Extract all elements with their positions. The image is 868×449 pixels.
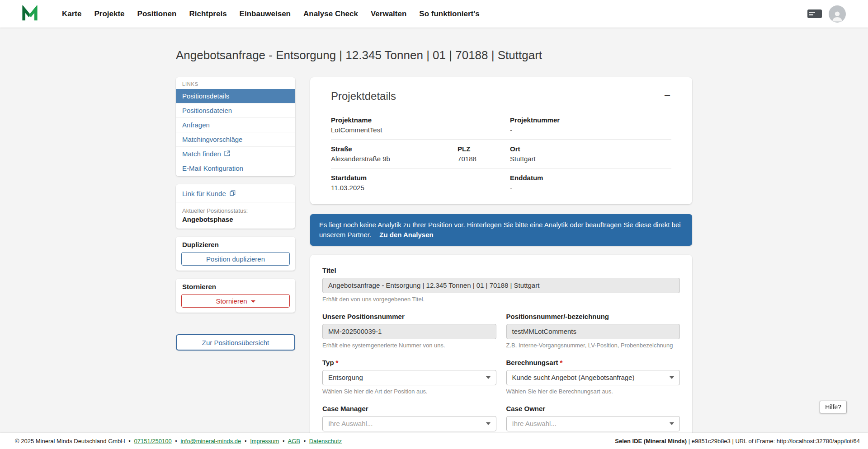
top-navbar: Karte Projekte Positionen Richtpreis Ein…	[0, 0, 868, 28]
footer-agb-link[interactable]: AGB	[288, 438, 300, 444]
bezeichnung-field: Positionsnummer/-bezeichnung Z.B. Intern…	[506, 313, 680, 349]
position-form-card: Titel Erhält den von uns vorgegebenen Ti…	[310, 255, 692, 433]
nav-karte[interactable]: Karte	[62, 9, 81, 19]
typ-field: Typ* Entsorgung Wählen Sie hier die Art …	[322, 359, 496, 395]
chevron-down-icon	[486, 422, 491, 425]
case-owner-label: Case Owner	[506, 405, 680, 412]
case-manager-label: Case Manager	[322, 405, 496, 412]
bezeichnung-label: Positionsnummer/-bezeichnung	[506, 313, 680, 320]
titel-field: Titel Erhält den von uns vorgegebenen Ti…	[322, 267, 680, 303]
debug-info: Selen IDE (Mineral Minds) | e9851c29b8e3…	[615, 438, 860, 444]
sidebar-item-positionsdetails[interactable]: Positionsdetails	[176, 89, 295, 103]
field-enddatum: Enddatum -	[510, 174, 671, 192]
field-projektnummer: Projektnummer -	[510, 116, 671, 134]
detail-row: Straße Alexanderstraße 9b PLZ 70188 Ort …	[331, 139, 671, 168]
duplizieren-card: Duplizieren Position duplizieren	[176, 237, 295, 271]
nav-analyse-check[interactable]: Analyse Check	[303, 9, 358, 19]
chevron-down-icon	[670, 376, 674, 379]
case-owner-select[interactable]: Ihre Auswahl...	[506, 416, 680, 431]
external-link-icon	[224, 150, 230, 158]
footer-datenschutz-link[interactable]: Datenschutz	[309, 438, 342, 444]
person-icon	[830, 9, 844, 23]
positionsnummer-label: Unsere Positionsnummer	[322, 313, 496, 320]
typ-select[interactable]: Entsorgung	[322, 370, 496, 385]
projektdetails-title: Projektdetails	[331, 90, 396, 103]
navbar-right	[807, 5, 846, 23]
positionsnummer-input[interactable]	[322, 324, 496, 339]
link-fuer-kunde[interactable]: Link für Kunde	[176, 189, 295, 202]
ide-details: | e9851c29b8e3 | URL of iFrame: http://l…	[689, 438, 860, 444]
sidebar: LINKS Positionsdetails Positionsdateien …	[176, 77, 295, 351]
footer: © 2025 Mineral Minds Deutschland GmbH • …	[0, 433, 868, 449]
copy-icon	[230, 190, 236, 197]
sidebar-item-anfragen[interactable]: Anfragen	[176, 117, 295, 132]
mineral-minds-logo-icon	[21, 5, 38, 23]
positionsnummer-field: Unsere Positionsnummer Erhält eine syste…	[322, 313, 496, 349]
page-title: Angebotsanfrage - Entsorgung | 12.345 To…	[176, 48, 692, 62]
brand-logo[interactable]	[21, 5, 38, 23]
sidebar-item-positionsdateien[interactable]: Positionsdateien	[176, 103, 295, 117]
separator-dot: •	[175, 438, 177, 444]
sidebar-item-match-finden[interactable]: Match finden	[176, 146, 295, 161]
link-fuer-kunde-label: Link für Kunde	[182, 190, 226, 197]
berechnungsart-helper: Wählen Sie hier die Berechnungsart aus.	[506, 388, 680, 395]
zur-positionsuebersicht-button[interactable]: Zur Positionsübersicht	[176, 334, 295, 351]
links-card: LINKS Positionsdetails Positionsdateien …	[176, 77, 295, 176]
case-manager-field: Case Manager Ihre Auswahl...	[322, 405, 496, 431]
copyright-text: © 2025 Mineral Minds Deutschland GmbH	[15, 438, 125, 444]
field-strasse: Straße Alexanderstraße 9b	[331, 145, 458, 163]
field-startdatum: Startdatum 11.03.2025	[331, 174, 510, 192]
typ-select-value: Entsorgung	[328, 374, 363, 381]
sidebar-item-email-konfiguration[interactable]: E-Mail Konfiguration	[176, 161, 295, 175]
duplizieren-heading: Duplizieren	[182, 241, 289, 248]
titel-helper: Erhält den von uns vorgegebenen Titel.	[322, 296, 680, 303]
footer-impressum-link[interactable]: Impressum	[250, 438, 279, 444]
case-manager-select[interactable]: Ihre Auswahl...	[322, 416, 496, 431]
chevron-down-icon	[670, 422, 674, 425]
device-icon[interactable]	[807, 8, 822, 19]
detail-row: Projektname LotCommentTest Projektnummer…	[331, 111, 671, 139]
case-owner-placeholder: Ihre Auswahl...	[512, 420, 557, 427]
separator-dot: •	[128, 438, 131, 444]
nav-verwalten[interactable]: Verwalten	[371, 9, 406, 19]
stornieren-button[interactable]: Stornieren	[181, 294, 290, 308]
bezeichnung-input[interactable]	[506, 324, 680, 339]
nav-richtpreis[interactable]: Richtpreis	[189, 9, 226, 19]
footer-phone-link[interactable]: 07151/250100	[134, 438, 172, 444]
titel-label: Titel	[322, 267, 680, 274]
status-badge: Angebotsphase	[176, 215, 295, 223]
nav-einbauweisen[interactable]: Einbauweisen	[240, 9, 291, 19]
required-asterisk: *	[336, 359, 339, 366]
titel-input[interactable]	[322, 278, 680, 293]
stornieren-heading: Stornieren	[182, 283, 289, 290]
footer-left: © 2025 Mineral Minds Deutschland GmbH • …	[15, 438, 342, 444]
nav-so-funktionierts[interactable]: So funktioniert's	[419, 9, 479, 19]
nav-projekte[interactable]: Projekte	[94, 9, 124, 19]
chevron-down-icon	[486, 376, 491, 379]
hilfe-button[interactable]: Hilfe?	[820, 401, 847, 413]
berechnungsart-field: Berechnungsart* Kunde sucht Angebot (Ang…	[506, 359, 680, 395]
berechnungsart-select[interactable]: Kunde sucht Angebot (Angebotsanfrage)	[506, 370, 680, 385]
chevron-down-icon	[251, 300, 255, 303]
zu-den-analysen-link[interactable]: Zu den Analysen	[379, 231, 433, 239]
sidebar-item-matchingvorschlaege[interactable]: Matchingvorschläge	[176, 132, 295, 146]
kunde-card: Link für Kunde Aktueller Positionsstatus…	[176, 184, 295, 229]
collapse-button[interactable]: −	[663, 90, 671, 101]
required-asterisk: *	[560, 359, 563, 366]
user-avatar[interactable]	[829, 5, 846, 23]
case-manager-placeholder: Ihre Auswahl...	[328, 420, 373, 427]
bezeichnung-helper: Z.B. Interne-Vorgangsnummer, LV-Position…	[506, 342, 680, 349]
main-content: Projektdetails − Projektname LotCommentT…	[310, 77, 692, 433]
banner-text: Es liegt noch keine Analytik zu Ihrer Po…	[319, 221, 681, 239]
case-owner-field: Case Owner Ihre Auswahl...	[506, 405, 680, 431]
separator-dot: •	[245, 438, 247, 444]
position-duplizieren-button[interactable]: Position duplizieren	[181, 252, 290, 266]
detail-row: Startdatum 11.03.2025 Enddatum -	[331, 168, 671, 197]
links-header: LINKS	[176, 77, 295, 89]
ide-label: Selen IDE (Mineral Minds)	[615, 438, 687, 444]
page-body: Angebotsanfrage - Entsorgung | 12.345 To…	[0, 28, 868, 433]
status-label: Aktueller Positionsstatus:	[176, 202, 295, 215]
nav-positionen[interactable]: Positionen	[137, 9, 177, 19]
berechnungsart-label: Berechnungsart*	[506, 359, 680, 366]
footer-email-link[interactable]: info@mineral-minds.de	[180, 438, 241, 444]
